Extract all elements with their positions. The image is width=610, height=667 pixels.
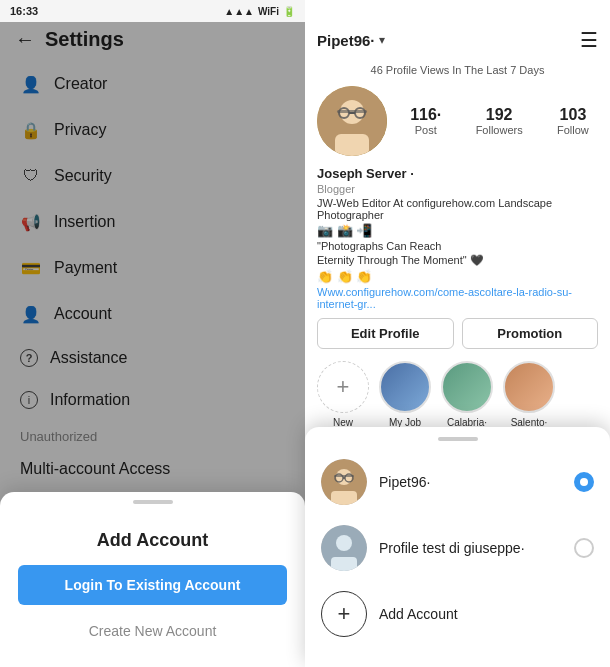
account-avatar-2	[321, 525, 367, 571]
stat-posts: 116· Post	[410, 106, 441, 136]
highlight-calabria-ring	[441, 361, 493, 413]
account-avatar-1	[321, 459, 367, 505]
account-name-1: Pipet96·	[379, 474, 562, 490]
sheet-title: Add Account	[0, 512, 305, 565]
profile-full-name: Joseph Server ·	[305, 166, 610, 183]
sheet-handle	[133, 500, 173, 504]
account-row-1[interactable]: Pipet96·	[305, 449, 610, 515]
chevron-down-icon: ▾	[379, 33, 385, 47]
battery-icon: 🔋	[283, 6, 295, 17]
profile-bio-quote2: Eternity Through The Moment" 🖤	[305, 254, 610, 269]
edit-profile-button[interactable]: Edit Profile	[317, 318, 454, 349]
create-new-button[interactable]: Create New Account	[0, 615, 305, 647]
radio-empty-icon	[574, 538, 594, 558]
account-switcher: Pipet96· Profile test di giuseppe· + Add…	[305, 427, 610, 667]
highlight-new[interactable]: + New	[317, 361, 369, 428]
stat-followers-num: 192	[476, 106, 523, 124]
profile-bio-tag: Blogger	[305, 183, 610, 197]
stat-following-label: Follow	[557, 124, 589, 136]
add-account-sheet: Add Account Login To Existing Account Cr…	[0, 492, 305, 667]
username-row[interactable]: Pipet96· ▾	[317, 32, 385, 49]
status-bar-left: 16:33 ▲▲▲ WiFi 🔋	[0, 0, 305, 22]
svg-rect-2	[335, 134, 369, 156]
login-existing-button[interactable]: Login To Existing Account	[18, 565, 287, 605]
radio-selected-icon	[574, 472, 594, 492]
highlight-salento-ring	[503, 361, 555, 413]
svg-point-15	[336, 535, 352, 551]
right-header: Pipet96· ▾ ☰	[305, 0, 610, 60]
highlight-myjob[interactable]: My Job	[379, 361, 431, 428]
stat-posts-label: Post	[410, 124, 441, 136]
promotion-button[interactable]: Promotion	[462, 318, 599, 349]
profile-bio-emojis2: 👏 👏 👏	[305, 269, 610, 286]
highlight-calabria[interactable]: Calabria·	[441, 361, 493, 428]
highlight-salento[interactable]: Salento·	[503, 361, 555, 428]
hamburger-icon[interactable]: ☰	[580, 28, 598, 52]
stats-row: 116· Post 192 Followers 103 Follow	[401, 106, 598, 136]
account-row-2[interactable]: Profile test di giuseppe·	[305, 515, 610, 581]
time-left: 16:33	[10, 5, 38, 17]
add-account-switcher-label: Add Account	[379, 606, 458, 622]
stat-followers: 192 Followers	[476, 106, 523, 136]
switcher-handle	[438, 437, 478, 441]
account-name-2: Profile test di giuseppe·	[379, 540, 562, 556]
plus-icon: +	[337, 374, 350, 400]
avatar	[317, 86, 387, 156]
profile-info-row: 116· Post 192 Followers 103 Follow	[305, 86, 610, 166]
stat-posts-num: 116·	[410, 106, 441, 124]
add-account-switcher-row[interactable]: + Add Account	[305, 581, 610, 647]
profile-username: Pipet96·	[317, 32, 375, 49]
highlight-new-ring: +	[317, 361, 369, 413]
profile-bio-line1: JW-Web Editor At configurehow.com Landsc…	[305, 197, 610, 223]
stat-following: 103 Follow	[557, 106, 589, 136]
highlight-myjob-ring	[379, 361, 431, 413]
svg-rect-16	[331, 557, 357, 571]
profile-views: 46 Profile Views In The Last 7 Days	[305, 60, 610, 86]
stat-followers-label: Followers	[476, 124, 523, 136]
profile-bio-emoji: 📷 📸 📲	[305, 223, 610, 240]
stat-following-num: 103	[557, 106, 589, 124]
profile-actions: Edit Profile Promotion	[305, 318, 610, 361]
profile-bio-quote: "Photographs Can Reach	[305, 240, 610, 254]
signal-icon: ▲▲▲	[224, 6, 254, 17]
profile-link[interactable]: Www.configurehow.com/come-ascoltare-la-r…	[305, 286, 610, 318]
wifi-icon: WiFi	[258, 6, 279, 17]
svg-rect-9	[331, 491, 357, 505]
add-account-circle-icon: +	[321, 591, 367, 637]
